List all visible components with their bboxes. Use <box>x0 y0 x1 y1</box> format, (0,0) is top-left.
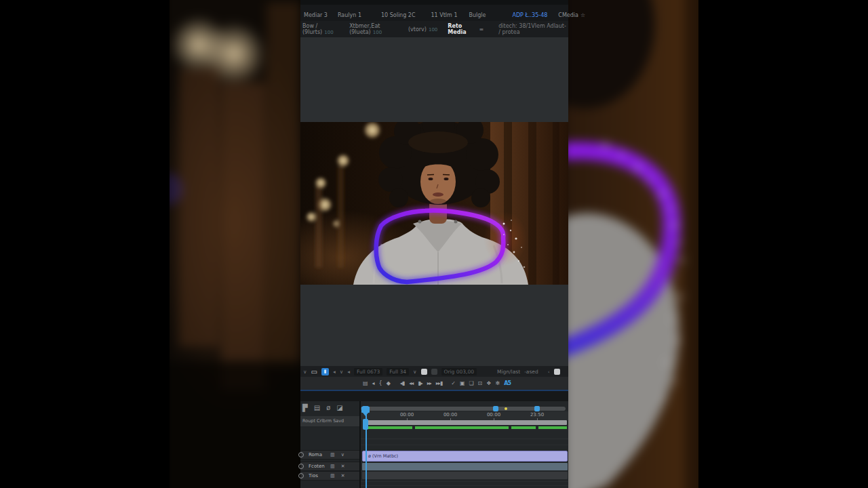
editor-window: Mediar 3 Raulyn 1 10 Soling 2C 11 Vtlm 1… <box>300 0 568 488</box>
layer-toggle-icon[interactable]: ∨ <box>341 452 344 458</box>
clip-fcoten[interactable] <box>362 463 568 470</box>
monitor-icon[interactable]: ▭ <box>311 368 317 375</box>
step-back-icon[interactable]: ◂◂ <box>409 380 413 386</box>
star-icon[interactable]: ☆ <box>580 12 585 18</box>
playhead-line[interactable] <box>366 407 367 488</box>
ruler-label: 00:00 <box>438 412 462 418</box>
eye-icon[interactable] <box>298 452 304 458</box>
resolution-value[interactable]: Full 34 <box>387 368 409 375</box>
render-cache-gap <box>412 426 415 429</box>
layer-toggle-icon[interactable]: ✕ <box>341 464 345 469</box>
adjustment-icon[interactable]: ⊡ <box>478 380 482 386</box>
layer-switch-icon[interactable]: ▥ <box>330 452 335 458</box>
prev-frame-icon[interactable]: ◂ <box>372 380 374 386</box>
arrow-left-icon-2[interactable]: ◂ <box>347 369 350 375</box>
camera-icon[interactable]: ▣ <box>460 380 465 386</box>
comp-tab-2[interactable]: Xtbmer,Eat (9lueta)100 <box>349 23 399 35</box>
transparency-grid-icon[interactable] <box>431 369 437 375</box>
motion-blur-icon[interactable]: ❖ <box>486 380 490 386</box>
flowchart-icon[interactable]: ▛ <box>302 404 308 411</box>
step-forward-icon[interactable]: ▸▸ <box>427 380 431 386</box>
panel-menu-icon[interactable]: ≡ <box>479 26 484 33</box>
tab-render[interactable]: Raulyn 1 <box>338 12 361 18</box>
layer-row-2[interactable]: Fcoten ▥ ✕ <box>300 462 359 471</box>
track-separator <box>361 485 568 486</box>
comp-marker[interactable] <box>505 407 507 410</box>
layer-name[interactable]: Roma <box>309 452 329 458</box>
timeline-panel-icons: ▛ ▤ ø ◪ <box>302 404 343 411</box>
comp-tab-2-count: 100 <box>373 30 382 35</box>
quality-label[interactable]: A5 <box>504 380 511 386</box>
active-tool-icon[interactable]: ▮ <box>321 368 329 375</box>
eye-icon[interactable] <box>298 464 304 469</box>
blurred-background-right <box>568 0 698 488</box>
audio-toggle-icon[interactable]: ✓ <box>451 380 455 386</box>
region-of-interest-icon[interactable] <box>421 369 427 375</box>
tab-align[interactable]: 11 Vtlm 1 <box>431 12 457 18</box>
comp-tab-3-count: 100 <box>429 27 437 33</box>
layer-switch-icon[interactable]: ▥ <box>330 464 335 469</box>
track-separator <box>361 481 568 482</box>
layer-switch-icon[interactable]: ▥ <box>330 473 335 479</box>
exposure-icon[interactable] <box>554 369 560 375</box>
layer-name[interactable]: Fcoten <box>309 464 329 469</box>
tab-brushes[interactable]: Bulgle <box>469 12 486 18</box>
playhead-handle[interactable] <box>361 407 370 413</box>
render-cache-gap <box>509 426 511 429</box>
track-separator <box>361 439 568 439</box>
film-icon[interactable]: ▤ <box>314 404 320 411</box>
layer-name[interactable]: Tios <box>309 473 329 479</box>
tab-effects[interactable]: 10 Soling 2C <box>381 12 416 18</box>
tab-link[interactable]: ADP Ł..35-48 <box>512 12 547 18</box>
draft-3d-icon[interactable]: ◪ <box>336 404 342 411</box>
scrollbar-handle-right[interactable] <box>534 406 540 411</box>
comp-info-label: ditech: 38/1Vlem Adlaut- / protea <box>498 23 568 35</box>
loop-icon[interactable]: { <box>379 380 382 386</box>
ruler-label: 23:50 <box>525 412 549 418</box>
time-ruler[interactable]: 00:00 00:00 00:00 23:50 <box>361 411 568 420</box>
tab-project[interactable]: Mediar 3 <box>304 12 328 18</box>
resolution-chevron-icon[interactable]: ∨ <box>413 369 417 375</box>
drawstring-eyelet-right <box>454 220 458 224</box>
eye-icon[interactable] <box>298 473 304 479</box>
arrow-left-icon[interactable]: ◂ <box>333 369 336 375</box>
layer-row-3[interactable]: Tios ▥ ✕ <box>300 471 359 481</box>
timecode-value[interactable]: Orig 003,00 <box>441 368 477 375</box>
link-icon[interactable]: ø <box>326 404 330 411</box>
comp-tab-3[interactable]: (vtorv)100 <box>408 26 437 33</box>
ram-preview-icon[interactable]: ▤ <box>363 380 368 386</box>
tab-media[interactable]: CMedia <box>558 12 578 18</box>
collapse-chevron-icon[interactable]: ∨ <box>303 369 307 375</box>
first-frame-icon[interactable]: ◂▮ <box>400 380 404 386</box>
comp-tab-3-label: (vtorv) <box>408 26 427 33</box>
last-frame-icon[interactable]: ▸▸▮ <box>436 380 442 386</box>
comp-tab-1-count: 100 <box>324 30 333 35</box>
keyframe-icon[interactable]: ◆ <box>387 380 390 386</box>
blurred-background-left <box>170 0 300 488</box>
timeline-left-panel: ▛ ▤ ø ◪ Roupt Crlbrm Savd Roma ▥ ∨ Fcote… <box>300 401 361 488</box>
comp-tab-active[interactable]: Reto Media <box>448 23 474 35</box>
blurred-shoulder-art <box>568 0 698 488</box>
work-area-bar[interactable] <box>363 420 567 425</box>
timeline-panel: ▛ ▤ ø ◪ Roupt Crlbrm Savd Roma ▥ ∨ Fcote… <box>300 401 568 488</box>
end-chevron-icon[interactable]: ‹ <box>548 369 550 375</box>
clip-tios[interactable] <box>362 472 568 479</box>
ruler-label: 00:00 <box>481 412 506 418</box>
comp-tab-1[interactable]: Bow / (9lurts)100 <box>302 23 339 35</box>
layers-icon[interactable]: ❏ <box>469 380 473 386</box>
preview-photo <box>300 122 568 285</box>
snap-icon[interactable]: ✻ <box>495 380 499 386</box>
magnification-value[interactable]: Full 0673 <box>354 368 382 375</box>
viewer-control-bar: ∨ ▭ ▮ ◂ ∨ ◂ Full 0673 Full 34 ∨ Orig 003… <box>300 366 568 377</box>
composition-viewer[interactable] <box>300 122 568 285</box>
play-icon[interactable]: ▮▸ <box>418 380 422 386</box>
layer-row-1[interactable]: Roma ▥ ∨ <box>300 450 359 460</box>
composition-tab-bar: Bow / (9lurts)100 Xtbmer,Eat (9lueta)100… <box>300 21 568 38</box>
chevron-down-icon[interactable]: ∨ <box>340 369 344 375</box>
clip-roma[interactable]: ø (Vrn Matbc) <box>362 451 568 462</box>
comp-tab-1-label: Bow / (9lurts) <box>302 23 322 35</box>
left-eye <box>429 178 433 180</box>
renderer-value[interactable]: Mign/last <box>497 369 520 375</box>
layer-toggle-icon[interactable]: ✕ <box>341 473 345 479</box>
scrollbar-handle-mid[interactable] <box>493 406 498 411</box>
